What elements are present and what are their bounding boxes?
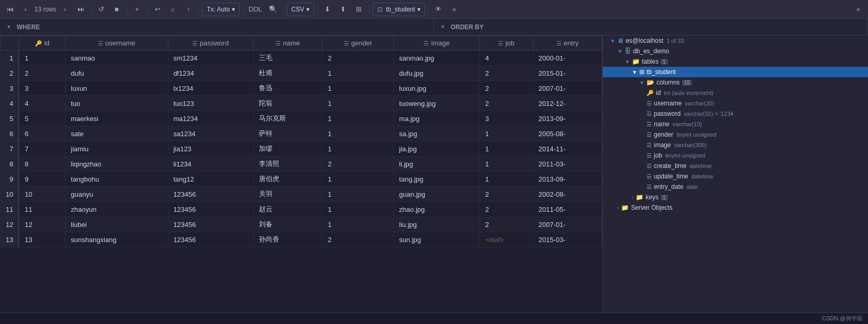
col-type-icon: ☰ [647, 184, 652, 190]
sidebar-column-item[interactable]: ☰ update_time datetime [603, 171, 868, 182]
col-header-job[interactable]: ☰job [480, 36, 533, 51]
cell-gender: 1 [323, 217, 394, 232]
tree-server[interactable]: ▼ 🖥 es@localhost 1 of 33 [603, 35, 868, 46]
right-icons-btn[interactable]: » [851, 3, 865, 16]
divider-2 [127, 4, 127, 15]
sidebar-col-type: date [687, 184, 698, 190]
sidebar-column-item[interactable]: ☰ gender tinyint unsigned [603, 129, 868, 140]
nav-last-btn[interactable]: ⏭ [74, 3, 88, 16]
cell-gender: 1 [323, 141, 394, 157]
sidebar-col-name: name [654, 121, 669, 128]
sidebar-column-item[interactable]: ☰ entry_date date [603, 182, 868, 192]
table-row[interactable]: 10 10 guanyu 123456 关羽 1 guan.jpg 2 2002… [1, 187, 602, 202]
sidebar-column-item[interactable]: ☰ username varchar(20) [603, 98, 868, 109]
cell-image: jia.jpg [394, 141, 480, 157]
table-area[interactable]: 🔑id ☰username ☰password ☰name ☰gender ☰i… [0, 35, 602, 313]
add-row-btn[interactable]: + [130, 3, 144, 16]
search-btn[interactable]: ⌕ [166, 3, 180, 16]
divider-6 [283, 4, 283, 15]
nav-prev-btn[interactable]: ‹ [19, 3, 32, 16]
stop-btn[interactable]: ■ [110, 3, 123, 16]
table-row[interactable]: 8 8 liqingzhao li1234 李清照 2 li.jpg 1 201… [1, 157, 602, 172]
undo-btn[interactable]: ↩ [151, 3, 164, 16]
table-row[interactable]: 1 1 sanmao sm1234 三毛 2 sanmao.jpg 4 2000… [1, 51, 602, 66]
table-row[interactable]: 3 3 luxun lx1234 鲁迅 1 luxun.jpg 2 2007-0… [1, 81, 602, 96]
db-label: db_es_demo [633, 47, 669, 55]
download-btn[interactable]: ⬇ [321, 3, 334, 16]
col-header-entry[interactable]: ☰entry [533, 36, 602, 51]
tree-db[interactable]: ▼ 🗄 db_es_demo [603, 46, 868, 56]
csv-label: CSV [291, 6, 304, 13]
table-row[interactable]: 13 13 sunshangxiang 123456 孙尚香 2 sun.jpg… [1, 232, 602, 247]
nav-first-btn[interactable]: ⏮ [3, 3, 17, 16]
row-num-cell: 12 [1, 217, 19, 232]
cell-entry: 2007-01- [533, 217, 602, 232]
sidebar-col-type: tinyint unsigned [665, 152, 705, 159]
sidebar-column-item[interactable]: ☰ image varchar(300) [603, 140, 868, 150]
row-num-cell: 9 [1, 172, 19, 187]
table-row[interactable]: 12 12 liubei 123456 刘备 1 liu.jpg 2 2007-… [1, 217, 602, 232]
cell-gender: 2 [323, 51, 394, 66]
cell-gender: 1 [323, 187, 394, 202]
col-header-image[interactable]: ☰image [394, 36, 480, 51]
table-row[interactable]: 4 4 tuo tuo123 陀翁 1 tuoweng.jpg 2 2012-1… [1, 96, 602, 111]
cell-password: li1234 [168, 157, 253, 172]
ddl-search-btn[interactable]: 🔍 [266, 3, 280, 16]
tree-columns-folder[interactable]: ▼ 📂 columns 10 [603, 77, 868, 88]
table-row[interactable]: 6 6 sate sa1234 萨特 1 sa.jpg 1 2005-08- [1, 126, 602, 141]
where-section: ▼ WHERE [0, 19, 434, 35]
cell-job: 2 [480, 96, 533, 111]
cell-id: 1 [19, 51, 65, 66]
sidebar-column-item[interactable]: ☰ create_time datetime [603, 161, 868, 171]
row-num-cell: 2 [1, 66, 19, 81]
tx-dropdown[interactable]: Tx: Auto ▾ [202, 3, 240, 16]
cell-username: guanyu [66, 187, 168, 202]
tree-keys-folder[interactable]: › 📁 keys 1 [603, 192, 868, 202]
divider-9 [428, 4, 429, 15]
nav-next-btn[interactable]: › [58, 3, 72, 16]
cell-gender: 1 [323, 96, 394, 111]
tree-server-objects[interactable]: › 📁 Server Objects [603, 202, 868, 213]
table-row[interactable]: 7 7 jiamiu jia123 加缪 1 jia.jpg 1 2014-11… [1, 141, 602, 157]
sidebar-col-name: create_time [654, 162, 687, 170]
where-label: WHERE [17, 23, 40, 31]
eye-btn[interactable]: 👁 [432, 3, 445, 16]
sidebar-col-name: update_time [654, 173, 688, 180]
ddl-btn[interactable]: DDL [246, 3, 264, 16]
orderby-label: ORDER BY [451, 23, 483, 31]
table-row[interactable]: 5 5 maerkesi ma1234 马尔克斯 1 ma.jpg 3 2013… [1, 111, 602, 126]
col-header-name[interactable]: ☰name [253, 36, 322, 51]
cell-image: li.jpg [394, 157, 480, 172]
cell-job: 2 [480, 202, 533, 217]
table-row[interactable]: 9 9 tangbohu tang12 唐伯虎 1 tang.jpg 1 201… [1, 172, 602, 187]
cell-name: 陀翁 [253, 96, 322, 111]
table-row[interactable]: 2 2 dufu df1234 杜甫 1 dufu.jpg 2 2015-01- [1, 66, 602, 81]
cell-password: 123456 [168, 217, 253, 232]
grid-btn[interactable]: ⊞ [352, 3, 366, 16]
sidebar-column-item[interactable]: ☰ job tinyint unsigned [603, 150, 868, 161]
tree-tables-folder[interactable]: ▼ 📁 tables 1 [603, 56, 868, 67]
cell-name: 鲁迅 [253, 81, 322, 96]
divider-7 [317, 4, 318, 15]
more-btn[interactable]: » [448, 3, 461, 16]
cell-password: jia123 [168, 141, 253, 157]
cell-id: 5 [19, 111, 65, 126]
cell-job: 1 [480, 157, 533, 172]
table-dropdown[interactable]: ⊡ tb_student ▾ [373, 3, 425, 16]
col-header-gender[interactable]: ☰gender [323, 36, 394, 51]
refresh-btn[interactable]: ↺ [94, 3, 108, 16]
columns-chevron: ▼ [639, 80, 644, 86]
cell-password: tuo123 [168, 96, 253, 111]
sidebar-column-item[interactable]: ☰ name varchar(10) [603, 119, 868, 129]
col-header-password[interactable]: ☰password [168, 36, 253, 51]
cell-password: lx1234 [168, 81, 253, 96]
col-header-id[interactable]: 🔑id [19, 36, 65, 51]
upload-btn[interactable]: ⬆ [337, 3, 350, 16]
col-header-username[interactable]: ☰username [66, 36, 168, 51]
sidebar-column-item[interactable]: 🔑 id int (auto increment) [603, 88, 868, 98]
table-row[interactable]: 11 11 zhaoyun 123456 赵云 1 zhao.jpg 2 201… [1, 202, 602, 217]
up-btn[interactable]: ↑ [182, 3, 195, 16]
csv-dropdown[interactable]: CSV ▾ [287, 3, 314, 16]
tree-active-table[interactable]: ▼ ⊞ tb_student [603, 67, 868, 77]
sidebar-column-item[interactable]: ☰ password varchar(32) = '1234 [603, 109, 868, 119]
